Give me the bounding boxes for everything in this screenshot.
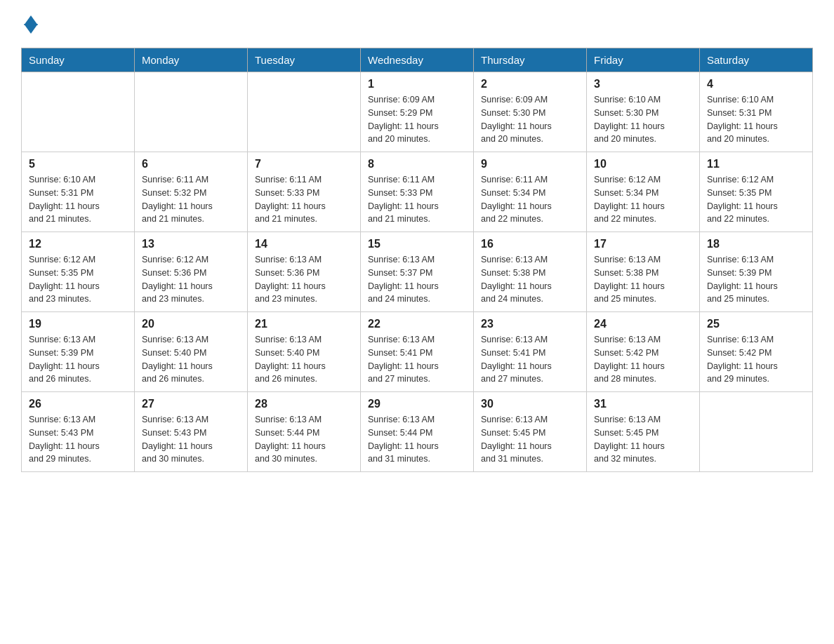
day-info: Sunrise: 6:11 AM Sunset: 5:32 PM Dayligh… — [142, 173, 240, 226]
calendar-cell: 24Sunrise: 6:13 AM Sunset: 5:42 PM Dayli… — [587, 312, 700, 392]
day-info: Sunrise: 6:13 AM Sunset: 5:40 PM Dayligh… — [142, 333, 240, 386]
calendar-week-row: 5Sunrise: 6:10 AM Sunset: 5:31 PM Daylig… — [22, 152, 813, 232]
day-number: 1 — [368, 78, 466, 90]
day-info: Sunrise: 6:13 AM Sunset: 5:44 PM Dayligh… — [255, 413, 353, 466]
calendar-cell: 25Sunrise: 6:13 AM Sunset: 5:42 PM Dayli… — [700, 312, 813, 392]
calendar-cell: 15Sunrise: 6:13 AM Sunset: 5:37 PM Dayli… — [361, 232, 474, 312]
day-number: 15 — [368, 238, 466, 250]
calendar-cell: 6Sunrise: 6:11 AM Sunset: 5:32 PM Daylig… — [135, 152, 248, 232]
calendar-cell: 31Sunrise: 6:13 AM Sunset: 5:45 PM Dayli… — [587, 392, 700, 472]
logo-icon — [24, 15, 38, 34]
calendar-cell: 3Sunrise: 6:10 AM Sunset: 5:30 PM Daylig… — [587, 72, 700, 152]
day-number: 21 — [255, 318, 353, 330]
calendar-week-row: 19Sunrise: 6:13 AM Sunset: 5:39 PM Dayli… — [22, 312, 813, 392]
calendar-week-row: 12Sunrise: 6:12 AM Sunset: 5:35 PM Dayli… — [22, 232, 813, 312]
calendar-cell — [135, 72, 248, 152]
day-info: Sunrise: 6:11 AM Sunset: 5:33 PM Dayligh… — [368, 173, 466, 226]
day-number: 2 — [481, 78, 579, 90]
day-info: Sunrise: 6:13 AM Sunset: 5:42 PM Dayligh… — [594, 333, 692, 386]
calendar-cell: 17Sunrise: 6:13 AM Sunset: 5:38 PM Dayli… — [587, 232, 700, 312]
calendar-cell: 18Sunrise: 6:13 AM Sunset: 5:39 PM Dayli… — [700, 232, 813, 312]
day-info: Sunrise: 6:12 AM Sunset: 5:36 PM Dayligh… — [142, 253, 240, 306]
day-number: 3 — [594, 78, 692, 90]
day-number: 22 — [368, 318, 466, 330]
calendar-cell: 19Sunrise: 6:13 AM Sunset: 5:39 PM Dayli… — [22, 312, 135, 392]
day-info: Sunrise: 6:13 AM Sunset: 5:36 PM Dayligh… — [255, 253, 353, 306]
day-number: 18 — [707, 238, 805, 250]
calendar-cell: 7Sunrise: 6:11 AM Sunset: 5:33 PM Daylig… — [248, 152, 361, 232]
day-number: 10 — [594, 158, 692, 170]
day-info: Sunrise: 6:13 AM Sunset: 5:43 PM Dayligh… — [142, 413, 240, 466]
day-info: Sunrise: 6:13 AM Sunset: 5:39 PM Dayligh… — [707, 253, 805, 306]
day-info: Sunrise: 6:13 AM Sunset: 5:43 PM Dayligh… — [29, 413, 127, 466]
day-number: 31 — [594, 398, 692, 410]
day-info: Sunrise: 6:13 AM Sunset: 5:37 PM Dayligh… — [368, 253, 466, 306]
calendar-cell: 21Sunrise: 6:13 AM Sunset: 5:40 PM Dayli… — [248, 312, 361, 392]
day-info: Sunrise: 6:10 AM Sunset: 5:31 PM Dayligh… — [29, 173, 127, 226]
day-number: 14 — [255, 238, 353, 250]
calendar-header-row: SundayMondayTuesdayWednesdayThursdayFrid… — [22, 48, 813, 72]
day-info: Sunrise: 6:13 AM Sunset: 5:38 PM Dayligh… — [481, 253, 579, 306]
calendar-cell: 10Sunrise: 6:12 AM Sunset: 5:34 PM Dayli… — [587, 152, 700, 232]
day-number: 23 — [481, 318, 579, 330]
calendar-cell: 1Sunrise: 6:09 AM Sunset: 5:29 PM Daylig… — [361, 72, 474, 152]
day-number: 13 — [142, 238, 240, 250]
calendar-cell: 28Sunrise: 6:13 AM Sunset: 5:44 PM Dayli… — [248, 392, 361, 472]
day-number: 17 — [594, 238, 692, 250]
calendar-cell: 27Sunrise: 6:13 AM Sunset: 5:43 PM Dayli… — [135, 392, 248, 472]
calendar-cell: 4Sunrise: 6:10 AM Sunset: 5:31 PM Daylig… — [700, 72, 813, 152]
calendar-cell — [22, 72, 135, 152]
day-number: 30 — [481, 398, 579, 410]
day-info: Sunrise: 6:11 AM Sunset: 5:34 PM Dayligh… — [481, 173, 579, 226]
calendar-cell: 22Sunrise: 6:13 AM Sunset: 5:41 PM Dayli… — [361, 312, 474, 392]
day-info: Sunrise: 6:10 AM Sunset: 5:31 PM Dayligh… — [707, 93, 805, 146]
calendar-cell: 9Sunrise: 6:11 AM Sunset: 5:34 PM Daylig… — [474, 152, 587, 232]
day-info: Sunrise: 6:13 AM Sunset: 5:45 PM Dayligh… — [594, 413, 692, 466]
day-info: Sunrise: 6:09 AM Sunset: 5:30 PM Dayligh… — [481, 93, 579, 146]
day-number: 28 — [255, 398, 353, 410]
day-info: Sunrise: 6:12 AM Sunset: 5:35 PM Dayligh… — [707, 173, 805, 226]
calendar-cell: 11Sunrise: 6:12 AM Sunset: 5:35 PM Dayli… — [700, 152, 813, 232]
calendar-cell: 26Sunrise: 6:13 AM Sunset: 5:43 PM Dayli… — [22, 392, 135, 472]
calendar-header-monday: Monday — [135, 48, 248, 72]
calendar-cell — [700, 392, 813, 472]
day-info: Sunrise: 6:12 AM Sunset: 5:35 PM Dayligh… — [29, 253, 127, 306]
calendar-cell: 23Sunrise: 6:13 AM Sunset: 5:41 PM Dayli… — [474, 312, 587, 392]
day-number: 9 — [481, 158, 579, 170]
calendar-cell: 29Sunrise: 6:13 AM Sunset: 5:44 PM Dayli… — [361, 392, 474, 472]
calendar-cell: 30Sunrise: 6:13 AM Sunset: 5:45 PM Dayli… — [474, 392, 587, 472]
day-number: 12 — [29, 238, 127, 250]
day-info: Sunrise: 6:13 AM Sunset: 5:39 PM Dayligh… — [29, 333, 127, 386]
day-number: 19 — [29, 318, 127, 330]
day-number: 4 — [707, 78, 805, 90]
day-info: Sunrise: 6:11 AM Sunset: 5:33 PM Dayligh… — [255, 173, 353, 226]
calendar-cell: 20Sunrise: 6:13 AM Sunset: 5:40 PM Dayli… — [135, 312, 248, 392]
calendar-header-sunday: Sunday — [22, 48, 135, 72]
calendar-header-thursday: Thursday — [474, 48, 587, 72]
calendar-header-tuesday: Tuesday — [248, 48, 361, 72]
calendar-cell — [248, 72, 361, 152]
calendar-table: SundayMondayTuesdayWednesdayThursdayFrid… — [21, 48, 813, 472]
calendar-cell: 14Sunrise: 6:13 AM Sunset: 5:36 PM Dayli… — [248, 232, 361, 312]
calendar-cell: 16Sunrise: 6:13 AM Sunset: 5:38 PM Dayli… — [474, 232, 587, 312]
calendar-cell: 13Sunrise: 6:12 AM Sunset: 5:36 PM Dayli… — [135, 232, 248, 312]
day-info: Sunrise: 6:13 AM Sunset: 5:44 PM Dayligh… — [368, 413, 466, 466]
day-number: 7 — [255, 158, 353, 170]
calendar-header-saturday: Saturday — [700, 48, 813, 72]
day-number: 29 — [368, 398, 466, 410]
day-info: Sunrise: 6:10 AM Sunset: 5:30 PM Dayligh… — [594, 93, 692, 146]
calendar-cell: 2Sunrise: 6:09 AM Sunset: 5:30 PM Daylig… — [474, 72, 587, 152]
day-info: Sunrise: 6:13 AM Sunset: 5:41 PM Dayligh… — [481, 333, 579, 386]
calendar-cell: 12Sunrise: 6:12 AM Sunset: 5:35 PM Dayli… — [22, 232, 135, 312]
day-number: 16 — [481, 238, 579, 250]
calendar-cell: 8Sunrise: 6:11 AM Sunset: 5:33 PM Daylig… — [361, 152, 474, 232]
day-info: Sunrise: 6:09 AM Sunset: 5:29 PM Dayligh… — [368, 93, 466, 146]
page-header — [21, 14, 813, 34]
day-info: Sunrise: 6:13 AM Sunset: 5:40 PM Dayligh… — [255, 333, 353, 386]
day-info: Sunrise: 6:13 AM Sunset: 5:38 PM Dayligh… — [594, 253, 692, 306]
day-number: 20 — [142, 318, 240, 330]
day-info: Sunrise: 6:13 AM Sunset: 5:41 PM Dayligh… — [368, 333, 466, 386]
logo — [21, 14, 38, 34]
day-info: Sunrise: 6:13 AM Sunset: 5:45 PM Dayligh… — [481, 413, 579, 466]
day-info: Sunrise: 6:13 AM Sunset: 5:42 PM Dayligh… — [707, 333, 805, 386]
